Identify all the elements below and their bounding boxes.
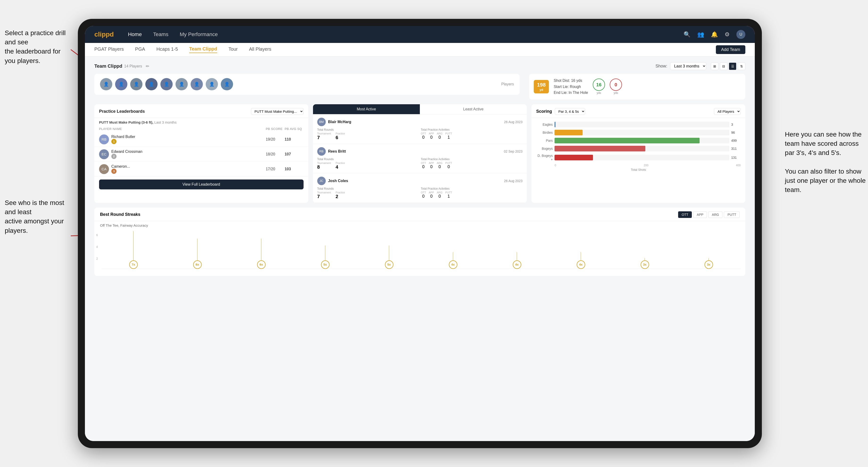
scoring-filter-select[interactable]: Par 3, 4 & 5s (555, 108, 585, 115)
lb-badge-bronze: 3 (111, 168, 117, 174)
pac-stats-3: Total Rounds Tournament 7 Practice 2 (317, 187, 523, 199)
streak-point-10: 3x (705, 258, 713, 269)
lb-badge-silver: 2 (111, 154, 117, 159)
pac-activities-3: Total Practice Activities OTT 0 APP 0 (421, 187, 522, 199)
player-avatar-7[interactable]: 👤 (191, 78, 203, 90)
subnav-pgat[interactable]: PGAT Players (94, 46, 124, 53)
shot-dist-label: Shot Dist: 16 yds (554, 77, 588, 84)
shot-distance-badge: 198 yd (534, 80, 549, 93)
players-row-container: 👤 👤 👤 👤 👤 👤 👤 👤 👤 Players 198 y (94, 74, 745, 99)
player-count: 14 Players (124, 64, 142, 68)
list-view-btn[interactable]: ☰ (729, 63, 736, 70)
annotation-right: Here you can see how the team have score… (785, 130, 866, 194)
subnav-pga[interactable]: PGA (135, 46, 145, 53)
all-players-select[interactable]: All Players (714, 108, 741, 115)
filter-view-btn[interactable]: ⇅ (738, 63, 745, 70)
user-avatar[interactable]: U (736, 30, 745, 39)
yards-start-circle: 16 (593, 79, 605, 91)
yards-start-label: yds (593, 91, 605, 95)
players-row: 👤 👤 👤 👤 👤 👤 👤 👤 👤 Players (94, 74, 520, 95)
main-content: Team Clippd 14 Players ✏ Show: Last 3 mo… (85, 57, 755, 441)
streaks-chart: 6 4 2 7x 6x (94, 229, 745, 276)
lb-avg-2: 107 (285, 152, 304, 156)
bell-icon[interactable]: 🔔 (711, 31, 718, 38)
shot-info-card: 198 yd Shot Dist: 16 yds Start Lie: Roug… (529, 74, 745, 99)
search-icon[interactable]: 🔍 (684, 31, 691, 38)
grid2-view-btn[interactable]: ⊞ (711, 63, 718, 70)
nav-link-teams[interactable]: Teams (153, 31, 168, 37)
add-team-button[interactable]: Add Team (716, 45, 745, 54)
annotation-top-left: Select a practice drill and see the lead… (5, 28, 71, 65)
streak-bubble-10: 3x (705, 260, 713, 269)
streak-point-1: 7x (129, 231, 138, 269)
tablet-device: clippd Home Teams My Performance 🔍 👥 🔔 ⚙… (78, 19, 762, 448)
lb-name-2: Edward Crossman (111, 150, 143, 154)
subnav-hcaps[interactable]: Hcaps 1-5 (156, 46, 178, 53)
streak-btn-putt[interactable]: PUTT (724, 211, 740, 218)
settings-icon[interactable]: ⚙ (724, 31, 730, 38)
player-avatar-6[interactable]: 👤 (176, 78, 188, 90)
chart-x-axis: 0 200 400 (536, 164, 741, 167)
x-label-0: 0 (555, 164, 556, 167)
lb-player-info-2: EC Edward Crossman 2 (99, 149, 266, 159)
col-player-name: PLAYER NAME (99, 127, 266, 131)
y-label-2: 2 (96, 257, 98, 260)
streak-btn-app[interactable]: APP (693, 211, 707, 218)
tab-most-active[interactable]: Most Active (313, 104, 420, 114)
bogeys-bar (555, 146, 645, 151)
grid3-view-btn[interactable]: ⊟ (720, 63, 727, 70)
show-select[interactable]: Last 3 months (670, 62, 706, 70)
yards-circles: 16 yds 0 yds (593, 79, 622, 95)
subnav-tour[interactable]: Tour (228, 46, 238, 53)
three-column-grid: Practice Leaderboards PUTT Must Make Put… (94, 104, 745, 203)
view-full-leaderboard-button[interactable]: View Full Leaderboard (99, 180, 304, 189)
player-avatar-3[interactable]: 👤 (130, 78, 143, 90)
pac-header-2: RB Rees Britt 02 Sep 2023 (317, 147, 523, 156)
show-label: Show: (655, 64, 667, 69)
chart-row-pars: Pars 499 (536, 138, 741, 144)
streak-bubble-2: 6x (193, 260, 202, 269)
lb-score-2: 18/20 (266, 152, 285, 156)
pac-activities-1: Total Practice Activities OTT 0 APP 0 (421, 128, 522, 140)
nav-link-performance[interactable]: My Performance (180, 31, 218, 37)
chart-row-eagles: Eagles 3 (536, 122, 741, 127)
subnav-team-clippd[interactable]: Team Clippd (189, 46, 217, 53)
subnav-all-players[interactable]: All Players (249, 46, 271, 53)
navbar-icons: 🔍 👥 🔔 ⚙ U (684, 30, 745, 39)
streak-btn-ott[interactable]: OTT (678, 211, 692, 218)
eagles-bar (555, 122, 555, 127)
pars-bar (555, 138, 700, 144)
active-tabs: Most Active Least Active (313, 104, 527, 115)
player-avatar-1[interactable]: 👤 (100, 78, 112, 90)
drill-select[interactable]: PUTT Must Make Putting... (251, 108, 304, 115)
col-pb-score: PB SCORE (266, 127, 285, 131)
streak-btn-arg[interactable]: ARG (708, 211, 722, 218)
pars-bar-container (555, 138, 729, 144)
pac-header-3: JC Josh Coles 26 Aug 2023 (317, 177, 523, 185)
lb-badge-gold: 1 (111, 139, 117, 144)
streak-points-container: 7x 6x 6x 5x (101, 231, 741, 269)
total-shots-label: Total Shots (536, 168, 741, 172)
lb-avg-1: 110 (285, 137, 304, 142)
nav-link-home[interactable]: Home (128, 31, 142, 37)
chart-row-doublebogeys: D. Bogeys + 131 (536, 154, 741, 161)
pars-label: Pars (536, 139, 553, 143)
pac-date-2: 02 Sep 2023 (504, 150, 522, 153)
player-avatar-8[interactable]: 👤 (206, 78, 218, 90)
streak-point-2: 6x (193, 239, 202, 269)
pac-name-2: Rees Britt (328, 149, 346, 154)
player-avatar-4[interactable]: 👤 (145, 78, 158, 90)
player-avatar-2[interactable]: 👤 (115, 78, 127, 90)
streaks-panel: Best Round Streaks OTT APP ARG PUTT Off … (94, 208, 745, 276)
people-icon[interactable]: 👥 (697, 31, 704, 38)
tab-least-active[interactable]: Least Active (420, 104, 527, 114)
edit-icon[interactable]: ✏ (146, 64, 149, 69)
lb-row-3: CA Cameron... 3 17/20 103 (94, 162, 308, 177)
streak-point-7: 4x (513, 252, 521, 269)
player-avatar-5[interactable]: 👤 (160, 78, 173, 90)
doublebogeys-label: D. Bogeys + (536, 154, 553, 161)
bogeys-bar-container (555, 146, 729, 151)
lb-avatar-1: RB (99, 134, 109, 144)
view-icons: ⊞ ⊟ ☰ ⇅ (711, 63, 745, 70)
player-avatar-9[interactable]: 👤 (221, 78, 233, 90)
